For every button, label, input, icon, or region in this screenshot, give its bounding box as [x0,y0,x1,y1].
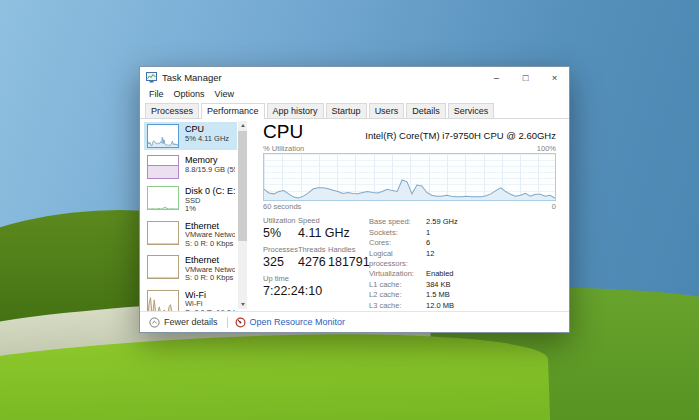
cpu-mini-graph [147,124,179,148]
stat-row: Base speed: 2.59 GHz [369,217,556,227]
footer-divider [227,317,228,328]
open-resource-monitor-label: Open Resource Monitor [250,317,346,327]
sidebar-item-disk0[interactable]: Disk 0 (C: E: F:) SSD 1% [144,184,237,216]
tab-app-history[interactable]: App history [267,103,324,118]
stat-row: Cores: 6 [369,238,556,248]
stat-row: L3 cache: 12.0 MB [369,301,556,311]
disk-mini-graph [147,186,179,210]
scroll-up-button[interactable] [238,121,247,130]
ethernet-mini-graph [147,255,179,279]
chevron-up-circle-icon [149,317,160,328]
sidebar-scrollbar[interactable] [238,121,247,309]
cpu-model-name: Intel(R) Core(TM) i7-9750H CPU @ 2.60GHz [365,130,556,143]
threads-value: 4276 [298,255,328,269]
cpu-utilization-series [264,154,555,200]
sidebar-item-status2: 1% [185,205,235,214]
ethernet-mini-graph [147,221,179,245]
statusbar: Fewer details Open Resource Monitor [140,311,569,332]
tab-details[interactable]: Details [406,103,446,118]
tab-users[interactable]: Users [369,103,405,118]
window-title: Task Manager [162,72,222,83]
tab-performance[interactable]: Performance [201,103,265,119]
uptime-label: Up time [263,274,298,283]
stat-row: Logical processors: 12 [369,249,556,270]
speed-label: Speed [298,216,328,225]
scroll-down-button[interactable] [238,300,247,309]
processes-value: 325 [263,255,298,269]
task-manager-window: Task Manager – □ × File Options View Pro… [139,66,570,333]
sidebar-item-title: Memory [185,155,235,166]
maximize-icon: □ [523,72,529,83]
scroll-up-icon [241,124,245,127]
minimize-icon: – [494,72,499,83]
sidebar-item-status2: S: 0 R: 0 Kbps [185,274,235,283]
tabbar: Processes Performance App history Startu… [140,101,569,119]
sidebar-item-status: VMware Network Ad... [185,231,235,240]
chart-y-axis-label: % Utilization [263,144,304,153]
performance-content: CPU 5% 4.11 GHz Memory 8.8/15.9 GB (55%) [140,119,569,311]
resource-monitor-icon [235,317,246,328]
handles-value: 181791 [328,255,370,269]
scroll-down-icon [241,303,245,306]
cpu-dynamic-stats: Utilization Speed 5% 4.11 GHz Processes … [263,216,369,311]
chart-y-max-label: 100% [537,144,556,153]
stat-row: Sockets: 1 [369,228,556,238]
chart-x-left-label: 60 seconds [263,202,301,211]
menu-options[interactable]: Options [169,89,210,99]
uptime-value: 7:22:24:10 [263,284,322,298]
sidebar-item-status2: S: 8.0 R: 16.0 Kbps [185,309,235,312]
menu-view[interactable]: View [210,89,239,99]
performance-sidebar: CPU 5% 4.11 GHz Memory 8.8/15.9 GB (55%) [140,119,253,311]
sidebar-item-status2: S: 0 R: 0 Kbps [185,240,235,249]
open-resource-monitor-link[interactable]: Open Resource Monitor [235,317,346,328]
minimize-button[interactable]: – [482,67,511,87]
stat-row: L1 cache: 384 KB [369,280,556,290]
sidebar-item-status: Wi-Fi [185,300,235,309]
sidebar-item-title: Disk 0 (C: E: F:) [185,186,235,197]
cpu-panel: CPU Intel(R) Core(TM) i7-9750H CPU @ 2.6… [253,119,569,311]
cpu-utilization-chart [263,153,556,201]
scrollbar-thumb[interactable] [238,131,247,241]
handles-label: Handles [328,245,356,254]
memory-mini-graph [147,155,179,179]
sidebar-item-title: Ethernet [185,221,235,232]
sidebar-item-ethernet-2[interactable]: Ethernet VMware Network Ad... S: 0 R: 0 … [144,253,237,285]
utilization-value: 5% [263,226,298,240]
chart-x-right-label: 0 [552,202,556,211]
sidebar-item-cpu[interactable]: CPU 5% 4.11 GHz [144,122,237,150]
speed-value: 4.11 GHz [298,226,328,240]
fewer-details-button[interactable]: Fewer details [149,317,218,328]
fewer-details-label: Fewer details [164,317,218,327]
close-icon: × [552,72,558,83]
sidebar-item-ethernet-1[interactable]: Ethernet VMware Network Ad... S: 0 R: 0 … [144,219,237,251]
page-title: CPU [263,121,303,143]
sidebar-item-status: VMware Network Ad... [185,266,235,275]
cpu-static-stats: Base speed: 2.59 GHz Sockets: 1 Cores: 6… [369,216,556,311]
task-manager-app-icon [146,72,157,83]
sidebar-item-status: 8.8/15.9 GB (55%) [185,166,235,175]
close-button[interactable]: × [540,67,569,87]
memory-usage-fill [148,165,178,178]
menubar: File Options View [140,87,569,101]
stat-row: L2 cache: 1.5 MB [369,290,556,300]
maximize-button[interactable]: □ [511,67,540,87]
sidebar-item-title: Wi-Fi [185,290,235,301]
tab-startup[interactable]: Startup [326,103,367,118]
sidebar-item-status: 5% 4.11 GHz [185,135,229,144]
stat-row: Virtualization: Enabled [369,269,556,279]
processes-label: Processes [263,245,298,254]
titlebar[interactable]: Task Manager – □ × [140,67,569,87]
sidebar-item-memory[interactable]: Memory 8.8/15.9 GB (55%) [144,153,237,181]
sidebar-item-title: CPU [185,124,229,135]
wifi-mini-graph [147,290,179,312]
tab-processes[interactable]: Processes [145,103,199,118]
utilization-label: Utilization [263,216,298,225]
menu-file[interactable]: File [144,89,169,99]
sidebar-item-status: SSD [185,197,235,206]
tab-services[interactable]: Services [448,103,495,118]
sidebar-item-title: Ethernet [185,255,235,266]
threads-label: Threads [298,245,328,254]
sidebar-item-wifi[interactable]: Wi-Fi Wi-Fi S: 8.0 R: 16.0 Kbps [144,288,237,312]
